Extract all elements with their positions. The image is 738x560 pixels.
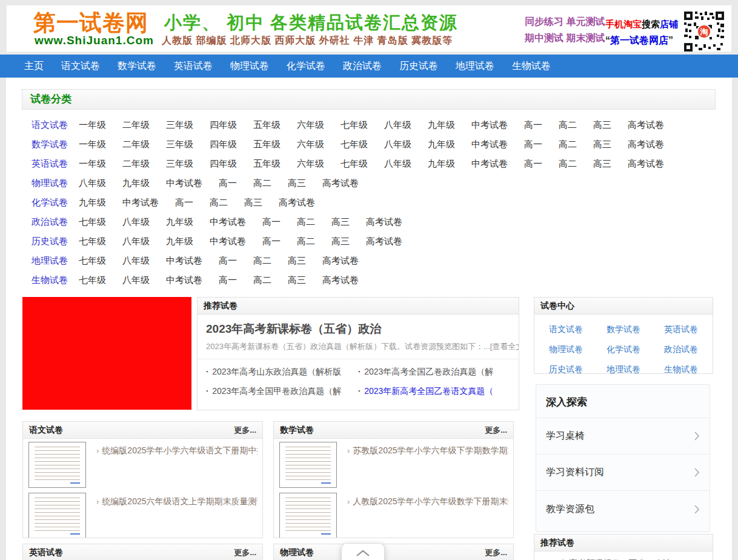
category-grade-link[interactable]: 高二 <box>210 193 228 212</box>
category-grade-link[interactable]: 中考试卷 <box>471 135 508 154</box>
back-to-top-button[interactable] <box>341 543 385 560</box>
recommend-link[interactable]: ▪2023年高考全国乙卷政治真题（解 <box>358 367 510 378</box>
category-grade-link[interactable]: 高三 <box>593 154 611 173</box>
category-grade-link[interactable]: 九年级 <box>79 193 106 212</box>
recommend-link[interactable]: ▪2023年新高考全国乙卷语文真题（ <box>358 386 510 397</box>
category-grade-link[interactable]: 九年级 <box>428 135 455 154</box>
category-subject-link[interactable]: 历史试卷 <box>32 232 79 251</box>
category-grade-link[interactable]: 二年级 <box>122 115 150 135</box>
category-subject-link[interactable]: 化学试卷 <box>32 193 79 212</box>
category-grade-link[interactable]: 高考试卷 <box>366 212 402 232</box>
category-grade-link[interactable]: 七年级 <box>79 212 106 232</box>
category-grade-link[interactable]: 高二 <box>253 173 271 193</box>
category-grade-link[interactable]: 高二 <box>253 251 271 270</box>
category-grade-link[interactable]: 高一 <box>524 115 542 135</box>
nav-item[interactable]: 化学试卷 <box>287 60 325 73</box>
category-grade-link[interactable]: 四年级 <box>210 135 237 154</box>
nav-item[interactable]: 英语试卷 <box>174 60 213 73</box>
category-grade-link[interactable]: 四年级 <box>210 115 237 135</box>
category-grade-link[interactable]: 七年级 <box>341 135 368 154</box>
category-grade-link[interactable]: 中考试卷 <box>166 251 202 270</box>
nav-item[interactable]: 政治试卷 <box>343 60 382 73</box>
paper-center-link[interactable]: 数学试卷 <box>607 319 664 339</box>
category-grade-link[interactable]: 六年级 <box>297 115 324 135</box>
category-grade-link[interactable]: 中考试卷 <box>166 173 202 193</box>
category-subject-link[interactable]: 地理试卷 <box>32 251 79 270</box>
recommend-sidebar-item[interactable]: 2023年高考新课标卷（五省）政治 <box>534 552 713 560</box>
paper-center-link[interactable]: 地理试卷 <box>607 359 664 374</box>
category-subject-link[interactable]: 数学试卷 <box>32 135 79 154</box>
category-subject-link[interactable]: 语文试卷 <box>32 115 79 135</box>
category-grade-link[interactable]: 七年级 <box>79 270 106 290</box>
paper-center-link[interactable]: 政治试卷 <box>664 339 713 359</box>
nav-item[interactable]: 主页 <box>24 60 44 73</box>
featured-paper-title[interactable]: 2023年高考新课标卷（五省）政治 <box>206 321 510 337</box>
category-grade-link[interactable]: 高一 <box>219 270 237 290</box>
category-grade-link[interactable]: 高三 <box>288 173 306 193</box>
explore-item[interactable]: 学习资料订阅 <box>536 455 710 491</box>
nav-item[interactable]: 地理试卷 <box>456 60 494 73</box>
category-grade-link[interactable]: 中考试卷 <box>210 232 246 251</box>
category-grade-link[interactable]: 八年级 <box>79 173 106 193</box>
category-subject-link[interactable]: 英语试卷 <box>32 154 79 173</box>
category-grade-link[interactable]: 九年级 <box>166 232 193 251</box>
category-grade-link[interactable]: 五年级 <box>253 115 281 135</box>
category-grade-link[interactable]: 八年级 <box>122 212 150 232</box>
category-grade-link[interactable]: 一年级 <box>79 135 106 154</box>
paper-center-link[interactable]: 物理试卷 <box>549 339 607 359</box>
paper-center-link[interactable]: 生物试卷 <box>664 359 713 374</box>
explore-item[interactable]: 学习桌椅 <box>536 418 710 455</box>
nav-item[interactable]: 物理试卷 <box>230 60 269 73</box>
paper-thumbnail[interactable] <box>28 442 86 488</box>
category-grade-link[interactable]: 五年级 <box>253 154 281 173</box>
category-grade-link[interactable]: 三年级 <box>166 135 193 154</box>
category-grade-link[interactable]: 高三 <box>288 270 306 290</box>
category-grade-link[interactable]: 高三 <box>593 115 611 135</box>
category-grade-link[interactable]: 七年级 <box>79 251 106 270</box>
category-grade-link[interactable]: 高一 <box>219 251 237 270</box>
category-grade-link[interactable]: 高考试卷 <box>628 154 664 173</box>
more-link[interactable]: 更多... <box>485 422 507 438</box>
category-grade-link[interactable]: 高一 <box>524 154 542 173</box>
category-grade-link[interactable]: 高二 <box>297 232 315 251</box>
category-grade-link[interactable]: 二年级 <box>122 135 150 154</box>
category-grade-link[interactable]: 九年级 <box>428 115 455 135</box>
category-grade-link[interactable]: 五年级 <box>253 135 281 154</box>
category-grade-link[interactable]: 中考试卷 <box>166 270 202 290</box>
paper-link[interactable]: ›人教版2025学年小学六年级数学下册期末综合测 <box>347 496 508 506</box>
paper-thumbnail[interactable] <box>28 493 86 538</box>
category-grade-link[interactable]: 三年级 <box>166 154 193 173</box>
category-subject-link[interactable]: 物理试卷 <box>32 173 79 193</box>
category-grade-link[interactable]: 高一 <box>262 232 281 251</box>
category-grade-link[interactable]: 八年级 <box>122 270 150 290</box>
nav-item[interactable]: 生物试卷 <box>512 60 551 73</box>
category-grade-link[interactable]: 高考试卷 <box>366 232 402 251</box>
category-grade-link[interactable]: 八年级 <box>122 232 150 251</box>
paper-center-link[interactable]: 英语试卷 <box>664 319 713 339</box>
category-grade-link[interactable]: 高二 <box>253 270 271 290</box>
recommend-link[interactable]: ▪2023年高考全国甲卷政治真题（解 <box>206 386 358 397</box>
category-grade-link[interactable]: 三年级 <box>166 115 193 135</box>
category-grade-link[interactable]: 高二 <box>559 135 577 154</box>
explore-item[interactable]: 教学资源包 <box>536 491 710 527</box>
paper-center-link[interactable]: 历史试卷 <box>549 359 607 374</box>
category-grade-link[interactable]: 八年级 <box>122 251 150 270</box>
nav-item[interactable]: 语文试卷 <box>61 60 100 73</box>
category-grade-link[interactable]: 九年级 <box>122 173 150 193</box>
category-grade-link[interactable]: 七年级 <box>341 154 368 173</box>
category-grade-link[interactable]: 高一 <box>175 193 193 212</box>
category-grade-link[interactable]: 高一 <box>219 173 237 193</box>
category-grade-link[interactable]: 二年级 <box>122 154 150 173</box>
category-grade-link[interactable]: 高三 <box>331 232 350 251</box>
category-grade-link[interactable]: 高考试卷 <box>628 135 664 154</box>
category-grade-link[interactable]: 中考试卷 <box>471 115 508 135</box>
banner-placeholder[interactable] <box>22 297 191 410</box>
category-grade-link[interactable]: 高二 <box>559 115 577 135</box>
category-grade-link[interactable]: 六年级 <box>297 135 324 154</box>
category-grade-link[interactable]: 八年级 <box>384 154 411 173</box>
category-subject-link[interactable]: 政治试卷 <box>32 212 79 232</box>
category-grade-link[interactable]: 中考试卷 <box>471 154 508 173</box>
category-grade-link[interactable]: 高考试卷 <box>628 115 664 135</box>
category-grade-link[interactable]: 高考试卷 <box>322 270 359 290</box>
category-grade-link[interactable]: 高考试卷 <box>322 173 359 193</box>
